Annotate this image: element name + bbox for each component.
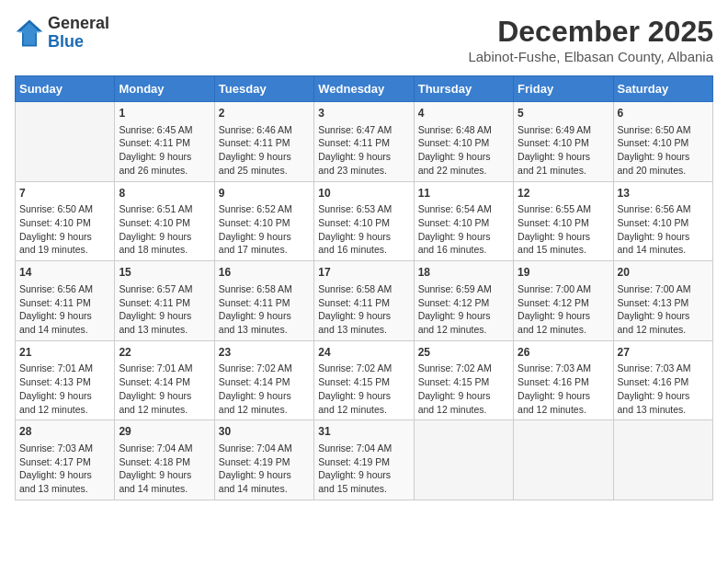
calendar-cell: 6Sunrise: 6:50 AMSunset: 4:10 PMDaylight… — [613, 102, 712, 182]
day-number: 13 — [618, 186, 709, 201]
calendar-cell: 14Sunrise: 6:56 AMSunset: 4:11 PMDayligh… — [16, 261, 115, 341]
day-info-line: Sunrise: 6:52 AM — [219, 202, 310, 216]
day-info-line: Sunrise: 6:46 AM — [219, 123, 310, 137]
day-number: 19 — [518, 265, 609, 281]
day-number: 9 — [219, 186, 310, 201]
calendar-week-row: 28Sunrise: 7:03 AMSunset: 4:17 PMDayligh… — [16, 420, 713, 500]
day-number: 15 — [119, 265, 210, 281]
day-info-line: Sunset: 4:11 PM — [318, 296, 409, 310]
day-info-line: and 14 minutes. — [219, 482, 310, 496]
calendar-cell — [16, 102, 115, 182]
day-info-line: Daylight: 9 hours — [119, 150, 210, 164]
day-info-line: Sunset: 4:14 PM — [219, 375, 310, 389]
day-info-line: Sunset: 4:10 PM — [418, 136, 509, 150]
calendar-cell: 27Sunrise: 7:03 AMSunset: 4:16 PMDayligh… — [613, 340, 712, 420]
calendar-cell: 29Sunrise: 7:04 AMSunset: 4:18 PMDayligh… — [115, 420, 214, 500]
day-number: 30 — [219, 424, 310, 440]
day-info-line: Sunrise: 7:02 AM — [318, 362, 409, 375]
day-number: 6 — [618, 106, 709, 121]
calendar-cell: 20Sunrise: 7:00 AMSunset: 4:13 PMDayligh… — [613, 261, 712, 341]
day-info-line: Sunset: 4:10 PM — [518, 216, 609, 230]
day-info-line: Sunrise: 7:03 AM — [19, 442, 110, 455]
day-info-line: Daylight: 9 hours — [318, 309, 409, 323]
logo-icon — [15, 18, 44, 48]
calendar-cell: 4Sunrise: 6:48 AMSunset: 4:10 PMDaylight… — [414, 102, 513, 182]
calendar-cell — [414, 420, 513, 500]
day-number: 7 — [19, 186, 110, 201]
day-info-line: and 13 minutes. — [618, 403, 709, 417]
calendar-cell: 18Sunrise: 6:59 AMSunset: 4:12 PMDayligh… — [414, 261, 513, 341]
day-info-line: Sunrise: 6:59 AM — [418, 282, 509, 296]
day-info-line: Sunrise: 7:02 AM — [418, 362, 509, 375]
day-info-line: Sunset: 4:17 PM — [19, 455, 110, 469]
calendar-cell: 2Sunrise: 6:46 AMSunset: 4:11 PMDaylight… — [214, 102, 313, 182]
day-info-line: Sunset: 4:10 PM — [618, 136, 709, 150]
day-info-line: Daylight: 9 hours — [119, 230, 210, 244]
day-number: 23 — [219, 345, 310, 361]
day-info-line: Daylight: 9 hours — [219, 309, 310, 323]
weekday-header: Monday — [115, 76, 214, 102]
day-number: 24 — [318, 345, 409, 361]
day-info-line: Daylight: 9 hours — [19, 230, 110, 244]
day-info-line: and 12 minutes. — [518, 403, 609, 417]
day-info-line: Sunset: 4:11 PM — [19, 296, 110, 310]
day-number: 29 — [119, 424, 210, 440]
day-info-line: Sunset: 4:12 PM — [418, 296, 509, 310]
day-info-line: and 13 minutes. — [19, 482, 110, 496]
day-info-line: and 12 minutes. — [318, 403, 409, 417]
day-info-line: and 16 minutes. — [318, 243, 409, 257]
day-info-line: Daylight: 9 hours — [618, 230, 709, 244]
day-info-line: Daylight: 9 hours — [518, 230, 609, 244]
day-info-line: Sunset: 4:10 PM — [119, 216, 210, 230]
day-info-line: Sunrise: 6:57 AM — [119, 282, 210, 296]
calendar-cell: 10Sunrise: 6:53 AMSunset: 4:10 PMDayligh… — [314, 181, 414, 261]
month-year-title: December 2025 — [468, 15, 713, 49]
day-info-line: Sunset: 4:18 PM — [119, 455, 210, 469]
day-info-line: and 16 minutes. — [418, 243, 509, 257]
day-info-line: Sunset: 4:15 PM — [318, 375, 409, 389]
day-info-line: Sunrise: 6:50 AM — [618, 123, 709, 137]
calendar-cell: 19Sunrise: 7:00 AMSunset: 4:12 PMDayligh… — [514, 261, 613, 341]
day-info-line: and 12 minutes. — [19, 403, 110, 417]
calendar-cell: 22Sunrise: 7:01 AMSunset: 4:14 PMDayligh… — [115, 340, 214, 420]
calendar-cell — [613, 420, 712, 500]
day-number: 31 — [318, 424, 409, 440]
day-info-line: and 14 minutes. — [19, 323, 110, 337]
calendar-cell: 26Sunrise: 7:03 AMSunset: 4:16 PMDayligh… — [514, 340, 613, 420]
calendar-cell: 11Sunrise: 6:54 AMSunset: 4:10 PMDayligh… — [414, 181, 513, 261]
day-info-line: Sunset: 4:15 PM — [418, 375, 509, 389]
day-info-line: Sunrise: 6:51 AM — [119, 202, 210, 216]
day-info-line: and 12 minutes. — [418, 323, 509, 337]
calendar-cell: 24Sunrise: 7:02 AMSunset: 4:15 PMDayligh… — [314, 340, 414, 420]
weekday-header: Friday — [514, 76, 613, 102]
day-info-line: Sunset: 4:11 PM — [119, 296, 210, 310]
day-number: 3 — [318, 106, 409, 121]
day-info-line: Daylight: 9 hours — [318, 150, 409, 164]
logo-general: General — [48, 14, 109, 32]
day-info-line: Daylight: 9 hours — [618, 309, 709, 323]
calendar-week-row: 1Sunrise: 6:45 AMSunset: 4:11 PMDaylight… — [16, 102, 713, 182]
day-number: 10 — [318, 186, 409, 201]
day-info-line: and 19 minutes. — [19, 243, 110, 257]
calendar-cell: 3Sunrise: 6:47 AMSunset: 4:11 PMDaylight… — [314, 102, 414, 182]
calendar-header-row: SundayMondayTuesdayWednesdayThursdayFrid… — [16, 76, 713, 102]
day-info-line: Sunrise: 6:55 AM — [518, 202, 609, 216]
calendar-cell: 31Sunrise: 7:04 AMSunset: 4:19 PMDayligh… — [314, 420, 414, 500]
day-info-line: and 18 minutes. — [119, 243, 210, 257]
weekday-header: Saturday — [613, 76, 712, 102]
day-number: 4 — [418, 106, 509, 121]
calendar-cell: 13Sunrise: 6:56 AMSunset: 4:10 PMDayligh… — [613, 181, 712, 261]
day-info-line: Daylight: 9 hours — [518, 309, 609, 323]
day-info-line: Sunrise: 7:04 AM — [119, 442, 210, 455]
day-info-line: Sunset: 4:14 PM — [119, 375, 210, 389]
calendar-cell: 7Sunrise: 6:50 AMSunset: 4:10 PMDaylight… — [16, 181, 115, 261]
day-number: 12 — [518, 186, 609, 201]
day-info-line: Daylight: 9 hours — [219, 468, 310, 482]
day-info-line: Sunset: 4:10 PM — [19, 216, 110, 230]
day-info-line: Sunset: 4:11 PM — [119, 136, 210, 150]
calendar-cell — [514, 420, 613, 500]
day-number: 2 — [219, 106, 310, 121]
day-number: 11 — [418, 186, 509, 201]
day-number: 17 — [318, 265, 409, 281]
day-info-line: and 13 minutes. — [318, 323, 409, 337]
